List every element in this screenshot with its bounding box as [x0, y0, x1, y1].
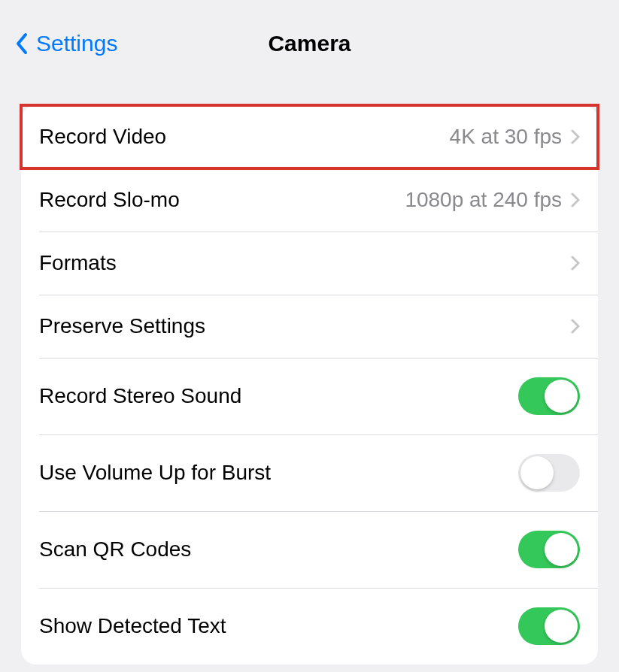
row-volume-up-burst[interactable]: Use Volume Up for Burst — [21, 434, 598, 511]
row-scan-qr-codes[interactable]: Scan QR Codes — [21, 511, 598, 588]
row-label: Formats — [39, 251, 117, 275]
toggle-scan-qr[interactable] — [518, 531, 580, 568]
row-right: 1080p at 240 fps — [405, 188, 580, 212]
settings-group: Record Video 4K at 30 fps Record Slo-mo … — [21, 105, 598, 664]
chevron-left-icon — [15, 32, 29, 55]
row-value: 4K at 30 fps — [450, 125, 562, 149]
back-label: Settings — [36, 31, 117, 56]
back-button[interactable]: Settings — [15, 31, 117, 56]
toggle-detected-text[interactable] — [518, 607, 580, 645]
row-formats[interactable]: Formats — [21, 232, 598, 295]
row-right — [571, 256, 580, 271]
row-value: 1080p at 240 fps — [405, 188, 562, 212]
toggle-knob — [545, 610, 578, 643]
row-preserve-settings[interactable]: Preserve Settings — [21, 295, 598, 358]
toggle-knob — [545, 533, 578, 566]
row-record-video[interactable]: Record Video 4K at 30 fps — [21, 105, 598, 168]
row-record-slomo[interactable]: Record Slo-mo 1080p at 240 fps — [21, 168, 598, 232]
row-record-stereo-sound[interactable]: Record Stereo Sound — [21, 358, 598, 434]
chevron-right-icon — [571, 256, 580, 271]
chevron-right-icon — [571, 319, 580, 334]
row-label: Preserve Settings — [39, 314, 205, 338]
row-label: Scan QR Codes — [39, 537, 191, 562]
toggle-knob — [545, 380, 578, 413]
row-right — [571, 319, 580, 334]
row-label: Use Volume Up for Burst — [39, 461, 271, 485]
row-show-detected-text[interactable]: Show Detected Text — [21, 588, 598, 664]
row-label: Record Stereo Sound — [39, 384, 241, 408]
nav-bar: Settings Camera — [0, 0, 619, 83]
row-label: Show Detected Text — [39, 614, 226, 638]
toggle-volume-burst[interactable] — [518, 454, 580, 492]
chevron-right-icon — [571, 129, 580, 144]
chevron-right-icon — [571, 192, 580, 207]
row-label: Record Video — [39, 125, 166, 149]
toggle-knob — [520, 456, 554, 489]
toggle-stereo[interactable] — [518, 377, 580, 415]
row-right: 4K at 30 fps — [450, 125, 580, 149]
row-label: Record Slo-mo — [39, 188, 180, 212]
